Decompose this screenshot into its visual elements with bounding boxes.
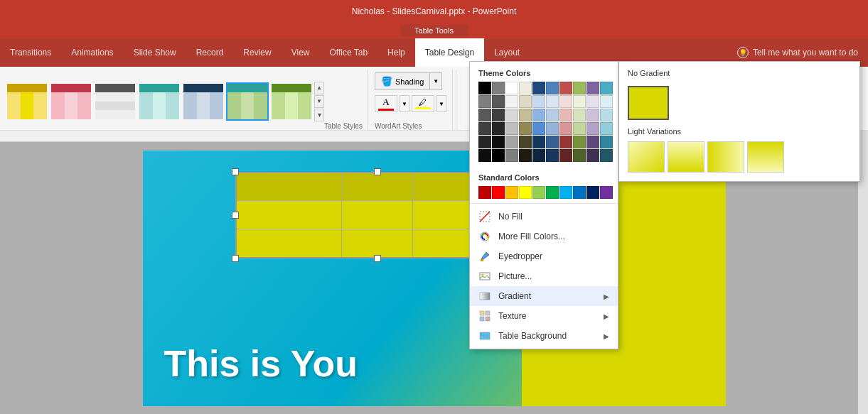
- theme-color-swatch[interactable]: [532, 136, 545, 148]
- theme-color-swatch[interactable]: [492, 109, 505, 121]
- gradient-var-1[interactable]: [628, 141, 665, 173]
- theme-color-swatch[interactable]: [546, 136, 559, 148]
- standard-color-swatch[interactable]: [478, 186, 491, 199]
- theme-color-swatch[interactable]: [559, 136, 572, 148]
- gradient-var-4[interactable]: [747, 141, 784, 173]
- theme-color-swatch[interactable]: [505, 122, 518, 135]
- text-highlight-dropdown-btn[interactable]: ▼: [436, 95, 446, 112]
- theme-color-swatch[interactable]: [546, 109, 559, 121]
- theme-color-swatch[interactable]: [586, 109, 599, 121]
- handle-top-left[interactable]: [232, 168, 239, 175]
- theme-color-swatch[interactable]: [492, 136, 505, 148]
- table-style-2[interactable]: [50, 82, 92, 121]
- text-highlight-btn[interactable]: 🖊: [412, 95, 434, 112]
- handle-bot-mid[interactable]: [374, 255, 381, 262]
- theme-color-swatch[interactable]: [478, 136, 491, 148]
- tab-animations[interactable]: Animations: [61, 38, 123, 67]
- standard-color-swatch[interactable]: [519, 186, 532, 199]
- theme-color-swatch[interactable]: [505, 149, 518, 162]
- standard-color-swatch[interactable]: [586, 186, 599, 199]
- tab-view[interactable]: View: [282, 38, 320, 67]
- more-fill-colors-item[interactable]: More Fill Colors...: [470, 227, 618, 246]
- table-background-item[interactable]: Table Background ▶: [470, 326, 618, 346]
- no-gradient-swatch[interactable]: [628, 86, 669, 120]
- picture-item[interactable]: Picture...: [470, 266, 618, 286]
- theme-color-swatch[interactable]: [573, 136, 586, 148]
- theme-color-swatch[interactable]: [573, 95, 586, 108]
- theme-color-swatch[interactable]: [519, 122, 532, 135]
- table-style-4[interactable]: [138, 82, 181, 121]
- theme-color-swatch[interactable]: [586, 149, 599, 162]
- theme-color-swatch[interactable]: [532, 95, 545, 108]
- theme-color-swatch[interactable]: [505, 136, 518, 148]
- theme-color-swatch[interactable]: [546, 82, 559, 94]
- theme-color-swatch[interactable]: [492, 95, 505, 108]
- standard-color-swatch[interactable]: [505, 186, 518, 199]
- theme-color-swatch[interactable]: [519, 149, 532, 162]
- theme-color-swatch[interactable]: [586, 82, 599, 94]
- tab-slide-show[interactable]: Slide Show: [124, 38, 186, 67]
- font-color-a-btn[interactable]: A: [375, 95, 397, 112]
- tab-office-tab[interactable]: Office Tab: [320, 38, 378, 67]
- theme-color-swatch[interactable]: [546, 149, 559, 162]
- table-style-3[interactable]: [94, 82, 136, 121]
- no-fill-item[interactable]: No Fill: [470, 207, 618, 227]
- standard-color-swatch[interactable]: [573, 186, 586, 199]
- shading-main-btn[interactable]: 🪣 Shading: [375, 72, 429, 90]
- handle-top-mid[interactable]: [374, 168, 381, 175]
- theme-color-swatch[interactable]: [505, 109, 518, 121]
- theme-color-swatch[interactable]: [559, 82, 572, 94]
- standard-color-swatch[interactable]: [546, 186, 559, 199]
- theme-color-swatch[interactable]: [600, 136, 613, 148]
- shading-dropdown-btn[interactable]: ▼: [429, 72, 442, 90]
- tell-me-text[interactable]: Tell me what you want to do: [753, 48, 858, 58]
- theme-color-swatch[interactable]: [478, 95, 491, 108]
- theme-color-swatch[interactable]: [600, 109, 613, 121]
- table-style-1[interactable]: [6, 82, 48, 121]
- standard-color-swatch[interactable]: [600, 186, 613, 199]
- tab-help[interactable]: Help: [377, 38, 415, 67]
- font-color-dropdown-btn[interactable]: ▼: [400, 95, 409, 112]
- theme-color-swatch[interactable]: [573, 82, 586, 94]
- handle-mid-left[interactable]: [232, 212, 239, 219]
- theme-color-swatch[interactable]: [492, 122, 505, 135]
- gradient-var-2[interactable]: [668, 141, 704, 173]
- theme-color-swatch[interactable]: [586, 122, 599, 135]
- more-styles-btn[interactable]: ▾: [314, 109, 324, 121]
- theme-color-swatch[interactable]: [586, 95, 599, 108]
- standard-color-swatch[interactable]: [532, 186, 545, 199]
- theme-color-swatch[interactable]: [478, 122, 491, 135]
- theme-color-swatch[interactable]: [559, 95, 572, 108]
- tab-record[interactable]: Record: [186, 38, 234, 67]
- handle-bot-left[interactable]: [232, 255, 239, 262]
- theme-color-swatch[interactable]: [478, 109, 491, 121]
- theme-color-swatch[interactable]: [478, 149, 491, 162]
- theme-color-swatch[interactable]: [532, 122, 545, 135]
- theme-color-swatch[interactable]: [559, 122, 572, 135]
- eyedropper-item[interactable]: Eyedropper: [470, 246, 618, 266]
- theme-color-swatch[interactable]: [519, 109, 532, 121]
- theme-color-swatch[interactable]: [586, 136, 599, 148]
- theme-color-swatch[interactable]: [519, 95, 532, 108]
- theme-color-swatch[interactable]: [532, 109, 545, 121]
- theme-color-swatch[interactable]: [505, 82, 518, 94]
- theme-color-swatch[interactable]: [573, 149, 586, 162]
- theme-color-swatch[interactable]: [478, 82, 491, 94]
- scroll-up-btn[interactable]: ▲: [314, 82, 324, 94]
- theme-color-swatch[interactable]: [546, 122, 559, 135]
- theme-color-swatch[interactable]: [600, 149, 613, 162]
- standard-color-swatch[interactable]: [559, 186, 572, 199]
- theme-color-swatch[interactable]: [492, 149, 505, 162]
- theme-color-swatch[interactable]: [546, 95, 559, 108]
- theme-color-swatch[interactable]: [600, 122, 613, 135]
- theme-color-swatch[interactable]: [519, 136, 532, 148]
- theme-color-swatch[interactable]: [573, 109, 586, 121]
- theme-color-swatch[interactable]: [559, 149, 572, 162]
- texture-item[interactable]: Texture ▶: [470, 306, 618, 326]
- table-style-6[interactable]: [226, 82, 269, 121]
- theme-color-swatch[interactable]: [600, 82, 613, 94]
- theme-color-swatch[interactable]: [559, 109, 572, 121]
- theme-color-swatch[interactable]: [573, 122, 586, 135]
- theme-color-swatch[interactable]: [532, 82, 545, 94]
- table-style-7[interactable]: [270, 82, 313, 121]
